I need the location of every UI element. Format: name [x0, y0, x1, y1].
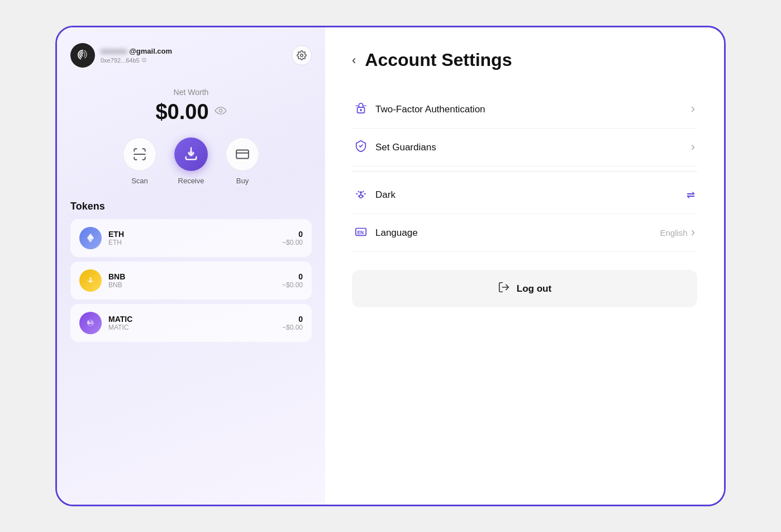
tokens-title: Tokens: [70, 201, 312, 212]
scan-label: Scan: [131, 177, 148, 185]
2fa-label: Two-Factor Authentication: [375, 104, 485, 115]
token-item-matic[interactable]: MATIC MATIC 0 ~$0.00: [70, 304, 312, 342]
guardians-icon: [354, 140, 368, 155]
settings-item-language[interactable]: EN Language English: [352, 214, 697, 252]
svg-rect-4: [236, 150, 249, 158]
eye-icon[interactable]: [215, 106, 227, 118]
right-panel: ‹ Account Settings Two-Fact: [325, 27, 724, 505]
svg-point-16: [359, 195, 363, 198]
logout-label: Log out: [517, 283, 551, 294]
tokens-section: Tokens ETH ETH: [70, 201, 312, 342]
settings-gear-button[interactable]: [292, 45, 312, 65]
wallet-user: ●●●●●●@gmail.com 0xe792...64b5 ⧉: [70, 43, 172, 68]
logout-icon: [498, 281, 510, 296]
swap-icon: [687, 189, 695, 201]
divider: [352, 171, 697, 172]
eth-info: ETH ETH: [108, 230, 275, 246]
eth-icon: [79, 227, 102, 249]
guardians-chevron: [691, 141, 695, 154]
left-panel: ●●●●●●@gmail.com 0xe792...64b5 ⧉ Net Wor…: [57, 27, 325, 505]
settings-item-language-left: EN Language: [354, 225, 418, 240]
wallet-header: ●●●●●●@gmail.com 0xe792...64b5 ⧉: [70, 43, 312, 68]
token-list: ETH ETH 0 ~$0.00: [70, 219, 312, 342]
buy-label: Buy: [236, 177, 249, 185]
language-icon: EN: [354, 225, 368, 240]
settings-list: Two-Factor Authentication Set Guardians: [352, 91, 697, 252]
svg-rect-3: [188, 151, 193, 156]
settings-item-dark[interactable]: Dark: [352, 176, 697, 214]
eth-balance: 0 ~$0.00: [282, 230, 303, 246]
app-container: ●●●●●●@gmail.com 0xe792...64b5 ⧉ Net Wor…: [55, 26, 726, 506]
matic-amount: 0: [282, 315, 303, 324]
settings-item-guardians[interactable]: Set Guardians: [352, 129, 697, 167]
eth-symbol: ETH: [108, 239, 275, 246]
language-chevron-icon: [691, 226, 695, 239]
user-email: ●●●●●●@gmail.com: [101, 47, 172, 55]
dark-label: Dark: [375, 189, 396, 201]
language-value-group: English: [660, 226, 695, 239]
guardians-label: Set Guardians: [375, 142, 436, 153]
2fa-chevron: [691, 103, 695, 116]
settings-item-2fa[interactable]: Two-Factor Authentication: [352, 91, 697, 129]
bnb-icon: [79, 269, 102, 292]
dark-icon: [354, 187, 368, 202]
matic-icon: [79, 312, 102, 334]
eth-usd: ~$0.00: [282, 239, 303, 246]
email-suffix: @gmail.com: [129, 47, 172, 55]
action-buttons: Scan Receive: [70, 137, 312, 185]
matic-symbol: MATIC: [108, 324, 275, 331]
language-value: English: [660, 228, 687, 238]
matic-name: MATIC: [108, 315, 275, 324]
eth-amount: 0: [282, 230, 303, 239]
matic-info: MATIC MATIC: [108, 315, 275, 331]
buy-icon: [226, 137, 259, 171]
avatar: [70, 43, 95, 68]
svg-marker-11: [88, 280, 88, 282]
bnb-name: BNB: [108, 272, 275, 281]
buy-button[interactable]: Buy: [226, 137, 259, 185]
bnb-info: BNB BNB: [108, 272, 275, 289]
net-worth-value: $0.00: [70, 100, 312, 124]
scan-button[interactable]: Scan: [123, 137, 156, 185]
dark-toggle[interactable]: [687, 189, 695, 201]
2fa-icon: [354, 102, 368, 117]
net-worth-label: Net Worth: [70, 88, 312, 97]
copy-icon[interactable]: ⧉: [142, 56, 146, 64]
receive-label: Receive: [178, 177, 204, 185]
svg-marker-10: [88, 280, 93, 283]
svg-marker-9: [89, 277, 92, 280]
language-label: Language: [375, 227, 418, 239]
user-info: ●●●●●●@gmail.com 0xe792...64b5 ⧉: [101, 47, 172, 64]
chevron-right-icon: [691, 141, 695, 154]
svg-text:EN: EN: [358, 230, 364, 235]
svg-point-0: [301, 54, 303, 57]
svg-point-15: [360, 110, 361, 111]
settings-title: Account Settings: [365, 50, 512, 70]
scan-icon: [123, 137, 156, 171]
settings-item-2fa-left: Two-Factor Authentication: [354, 102, 485, 117]
email-blur: ●●●●●●: [101, 47, 127, 55]
svg-point-18: [360, 191, 362, 193]
token-item-eth[interactable]: ETH ETH 0 ~$0.00: [70, 219, 312, 257]
bnb-amount: 0: [282, 272, 303, 281]
bnb-symbol: BNB: [108, 281, 275, 289]
bnb-usd: ~$0.00: [282, 281, 303, 289]
matic-balance: 0 ~$0.00: [282, 315, 303, 331]
receive-icon: [174, 137, 208, 171]
net-worth-section: Net Worth $0.00: [70, 77, 312, 137]
svg-point-1: [219, 109, 222, 112]
receive-button[interactable]: Receive: [174, 137, 208, 185]
chevron-right-icon: [691, 103, 695, 116]
settings-item-guardians-left: Set Guardians: [354, 140, 436, 155]
user-address: 0xe792...64b5 ⧉: [101, 56, 172, 64]
token-item-bnb[interactable]: BNB BNB 0 ~$0.00: [70, 262, 312, 300]
matic-usd: ~$0.00: [282, 324, 303, 331]
settings-item-dark-left: Dark: [354, 187, 396, 202]
svg-marker-12: [93, 280, 93, 282]
eth-name: ETH: [108, 230, 275, 239]
settings-header: ‹ Account Settings: [352, 50, 697, 70]
bnb-balance: 0 ~$0.00: [282, 272, 303, 289]
back-button[interactable]: ‹: [352, 53, 356, 68]
logout-button[interactable]: Log out: [352, 270, 697, 307]
